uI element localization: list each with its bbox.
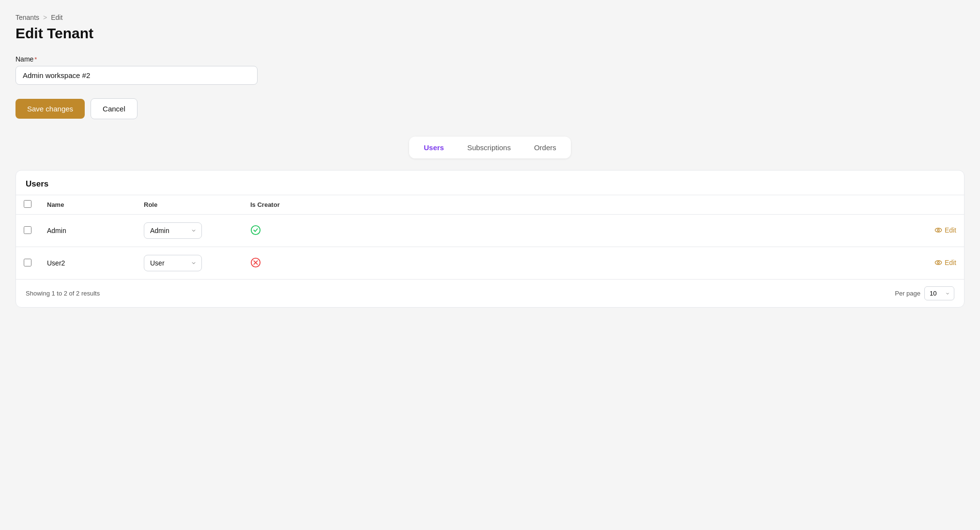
table-row: User2AdminUserManager Edit xyxy=(16,247,964,280)
per-page-control: Per page 10 25 50 100 xyxy=(895,286,954,300)
user-name: User2 xyxy=(39,247,136,280)
col-header-checkbox xyxy=(16,195,39,215)
tab-bar: Users Subscriptions Orders xyxy=(409,137,571,158)
svg-point-7 xyxy=(937,262,939,264)
name-input[interactable] xyxy=(15,66,258,85)
svg-point-0 xyxy=(251,225,260,234)
users-table: Name Role Is Creator AdminAdminUserManag… xyxy=(16,195,964,279)
row-checkbox[interactable] xyxy=(24,259,31,266)
tab-bar-wrapper: Users Subscriptions Orders xyxy=(15,137,965,158)
is-creator-cell xyxy=(243,247,301,280)
is-creator-cell xyxy=(243,215,301,247)
breadcrumb-tenants-link[interactable]: Tenants xyxy=(15,14,39,21)
svg-point-6 xyxy=(935,261,941,265)
tab-users[interactable]: Users xyxy=(413,140,455,156)
creator-check-icon xyxy=(250,225,261,235)
per-page-select[interactable]: 10 25 50 100 xyxy=(924,286,954,300)
eye-icon xyxy=(934,259,942,266)
form-actions: Save changes Cancel xyxy=(15,98,965,119)
breadcrumb: Tenants > Edit xyxy=(15,14,965,21)
col-header-name: Name xyxy=(39,195,136,215)
actions-cell: Edit xyxy=(301,247,964,280)
actions-cell: Edit xyxy=(301,215,964,247)
col-header-actions xyxy=(301,195,964,215)
edit-button[interactable]: Edit xyxy=(934,226,956,234)
breadcrumb-separator: > xyxy=(43,14,47,21)
name-label: Name* xyxy=(15,55,965,63)
cancel-button[interactable]: Cancel xyxy=(91,98,138,119)
per-page-label: Per page xyxy=(895,290,920,297)
eye-icon xyxy=(934,226,942,234)
col-header-is-creator: Is Creator xyxy=(243,195,301,215)
users-table-section: Users Name Role Is Creator AdminAdminUse… xyxy=(15,170,965,308)
row-checkbox[interactable] xyxy=(24,226,31,234)
user-name: Admin xyxy=(39,215,136,247)
col-header-role: Role xyxy=(136,195,243,215)
tab-orders[interactable]: Orders xyxy=(523,140,567,156)
select-all-checkbox[interactable] xyxy=(24,200,31,208)
save-changes-button[interactable]: Save changes xyxy=(15,99,85,119)
role-select[interactable]: AdminUserManager xyxy=(144,222,202,239)
svg-point-2 xyxy=(937,229,939,231)
showing-results-text: Showing 1 to 2 of 2 results xyxy=(26,290,100,297)
role-select[interactable]: AdminUserManager xyxy=(144,255,202,271)
tab-subscriptions[interactable]: Subscriptions xyxy=(457,140,521,156)
users-section-title: Users xyxy=(16,171,964,195)
form-section: Name* xyxy=(15,55,965,85)
svg-point-1 xyxy=(935,228,941,232)
edit-button[interactable]: Edit xyxy=(934,259,956,266)
required-indicator: * xyxy=(34,56,37,63)
table-row: AdminAdminUserManager Edit xyxy=(16,215,964,247)
table-footer: Showing 1 to 2 of 2 results Per page 10 … xyxy=(16,279,964,307)
creator-x-icon xyxy=(250,257,261,268)
page-title: Edit Tenant xyxy=(15,25,965,42)
breadcrumb-current: Edit xyxy=(51,14,62,21)
